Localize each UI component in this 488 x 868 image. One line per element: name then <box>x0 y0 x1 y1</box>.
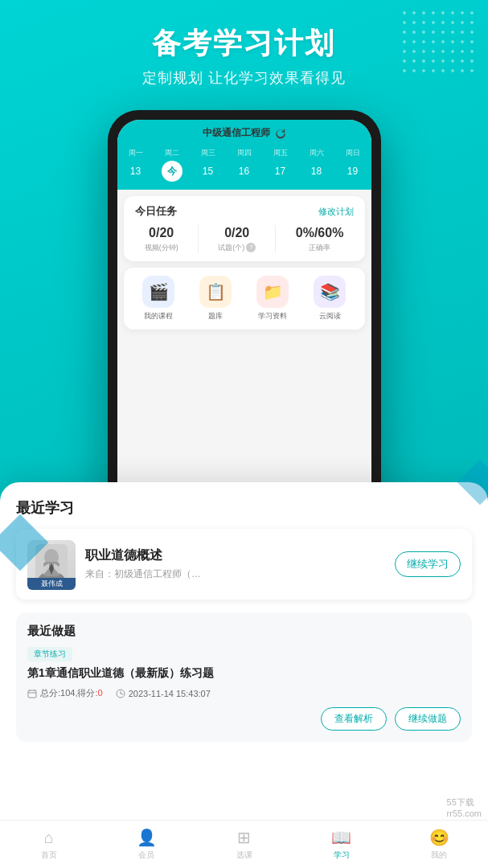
modify-plan-link[interactable]: 修改计划 <box>318 206 354 218</box>
qa-my-course[interactable]: 🎬 我的课程 <box>142 276 174 321</box>
stat-video: 0/20 视频(分钟) <box>145 226 178 253</box>
recent-study-title: 最近学习 <box>16 498 472 518</box>
study-icon: 📖 <box>331 828 351 847</box>
view-analysis-button[interactable]: 查看解析 <box>321 707 387 731</box>
refresh-icon <box>275 128 286 139</box>
day-thursday[interactable]: 周四 16 <box>234 148 255 182</box>
day-wednesday[interactable]: 周三 15 <box>198 148 219 182</box>
stat-questions: 0/20 试题(个)? <box>218 226 256 253</box>
svg-line-13 <box>121 694 123 694</box>
continue-quiz-button[interactable]: 继续做题 <box>395 707 461 731</box>
nav-member-label: 会员 <box>138 850 154 861</box>
phone-mockup: 中级通信工程师 周一 13 周二 今 <box>108 110 381 528</box>
nav-profile[interactable]: 😊 我的 <box>391 821 488 868</box>
study-materials-icon: 📁 <box>256 276 289 308</box>
svg-rect-7 <box>28 690 36 698</box>
day-sunday[interactable]: 周日 19 <box>342 148 363 182</box>
nav-select-course-label: 选课 <box>236 850 252 861</box>
quiz-date-text: 2023-11-14 15:43:07 <box>129 689 211 698</box>
study-course-name: 职业道德概述 <box>85 547 385 564</box>
teacher-name-badge: 聂伟成 <box>27 578 76 590</box>
day-tuesday-today[interactable]: 周二 今 <box>162 148 182 182</box>
study-info: 职业道德概述 来自：初级通信工程师（… <box>85 547 385 581</box>
recent-study-section: 最近学习 <box>16 498 472 600</box>
task-stats: 0/20 视频(分钟) 0/20 试题(个)? 0%/60% 正确率 <box>135 225 354 253</box>
help-icon[interactable]: ? <box>246 243 256 252</box>
task-card: 今日任务 修改计划 0/20 视频(分钟) 0/20 试题(个)? <box>124 196 365 261</box>
phone-outer-frame: 中级通信工程师 周一 13 周二 今 <box>108 110 381 528</box>
phone-top-bar: 中级通信工程师 <box>117 120 371 145</box>
quiz-tag: 章节练习 <box>27 647 72 661</box>
home-icon: ⌂ <box>44 829 54 847</box>
qa-question-bank[interactable]: 📋 题库 <box>199 276 232 321</box>
my-course-icon: 🎬 <box>142 276 174 308</box>
week-calendar: 周一 13 周二 今 周三 15 周四 16 <box>117 145 371 190</box>
qa-cloud-reading[interactable]: 📚 云阅读 <box>314 276 346 321</box>
watermark: 55下载rr55.com <box>447 796 482 818</box>
nav-home-label: 首页 <box>41 850 57 861</box>
profile-icon: 😊 <box>429 828 449 847</box>
nav-member[interactable]: 👤 会员 <box>97 821 195 868</box>
phone-course-title: 中级通信工程师 <box>203 126 270 140</box>
day-saturday[interactable]: 周六 18 <box>306 148 327 182</box>
task-title: 今日任务 <box>135 204 177 219</box>
clock-icon <box>116 689 125 698</box>
quiz-actions: 查看解析 继续做题 <box>27 707 461 731</box>
quick-access-section: 🎬 我的课程 📋 题库 📁 学习资料 📚 云阅读 <box>124 268 365 330</box>
question-bank-icon: 📋 <box>199 276 232 308</box>
continue-study-button[interactable]: 继续学习 <box>395 551 461 577</box>
nav-study[interactable]: 📖 学习 <box>293 821 390 868</box>
cloud-reading-icon: 📚 <box>314 276 346 308</box>
recent-quiz-title: 最近做题 <box>27 624 461 639</box>
nav-home[interactable]: ⌂ 首页 <box>0 821 97 868</box>
stat-accuracy: 0%/60% 正确率 <box>296 226 344 253</box>
day-friday[interactable]: 周五 17 <box>270 148 291 182</box>
study-from: 来自：初级通信工程师（… <box>85 567 385 581</box>
select-course-icon: ⊞ <box>237 828 251 847</box>
quiz-title-text: 第1章通信职业道德（最新版）练习题 <box>27 666 461 681</box>
bottom-card: 最近学习 <box>0 482 488 868</box>
nav-profile-label: 我的 <box>431 850 447 861</box>
bottom-nav: ⌂ 首页 👤 会员 ⊞ 选课 📖 学习 😊 我的 <box>0 820 488 868</box>
phone-screen: 中级通信工程师 周一 13 周二 今 <box>117 120 371 518</box>
day-monday[interactable]: 周一 13 <box>125 148 146 182</box>
study-item-card: 聂伟成 职业道德概述 来自：初级通信工程师（… 继续学习 <box>16 529 472 600</box>
quiz-meta: 总分:104,得分:0 2023-11-14 15:43:07 <box>27 687 461 699</box>
main-title: 备考学习计划 <box>142 24 346 63</box>
quiz-score: 总分:104,得分:0 <box>27 687 103 699</box>
title-section: 备考学习计划 定制规划 让化学习效果看得见 <box>142 0 346 88</box>
nav-study-label: 学习 <box>334 850 350 861</box>
member-icon: 👤 <box>137 828 157 847</box>
quiz-date: 2023-11-14 15:43:07 <box>116 689 211 698</box>
qa-study-materials[interactable]: 📁 学习资料 <box>256 276 289 321</box>
recent-quiz-section: 最近做题 章节练习 第1章通信职业道德（最新版）练习题 总分:104,得分:0 <box>16 612 472 742</box>
sub-title: 定制规划 让化学习效果看得见 <box>142 68 346 88</box>
nav-select-course[interactable]: ⊞ 选课 <box>195 821 293 868</box>
calendar-icon <box>27 689 37 698</box>
